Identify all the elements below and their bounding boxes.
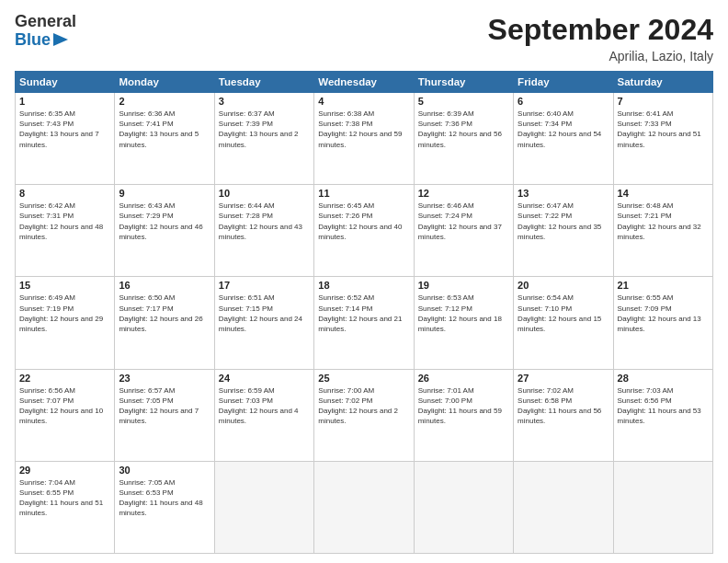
calendar-cell: 26Sunrise: 7:01 AM Sunset: 7:00 PM Dayli… bbox=[414, 369, 513, 461]
day-number: 6 bbox=[518, 96, 609, 107]
day-number: 14 bbox=[618, 188, 709, 199]
calendar-cell: 19Sunrise: 6:53 AM Sunset: 7:12 PM Dayli… bbox=[414, 277, 513, 369]
header: General Blue September 2024 Aprilia, Laz… bbox=[15, 13, 713, 63]
day-number: 10 bbox=[219, 188, 310, 199]
logo-general: General bbox=[15, 13, 76, 31]
day-number: 18 bbox=[318, 280, 409, 291]
calendar-cell: 18Sunrise: 6:52 AM Sunset: 7:14 PM Dayli… bbox=[314, 277, 414, 369]
calendar-week-row: 22Sunrise: 6:56 AM Sunset: 7:07 PM Dayli… bbox=[16, 369, 713, 461]
weekday-header-saturday: Saturday bbox=[613, 72, 712, 93]
calendar-cell: 25Sunrise: 7:00 AM Sunset: 7:02 PM Dayli… bbox=[314, 369, 414, 461]
cell-daylight-info: Sunrise: 6:47 AM Sunset: 7:22 PM Dayligh… bbox=[518, 201, 609, 242]
day-number: 28 bbox=[618, 373, 709, 384]
cell-daylight-info: Sunrise: 6:38 AM Sunset: 7:38 PM Dayligh… bbox=[318, 109, 409, 150]
calendar-week-row: 15Sunrise: 6:49 AM Sunset: 7:19 PM Dayli… bbox=[16, 277, 713, 369]
day-number: 4 bbox=[318, 96, 409, 107]
day-number: 24 bbox=[219, 373, 310, 384]
calendar-cell bbox=[314, 461, 414, 553]
day-number: 29 bbox=[19, 465, 110, 476]
cell-daylight-info: Sunrise: 6:43 AM Sunset: 7:29 PM Dayligh… bbox=[119, 201, 210, 242]
cell-daylight-info: Sunrise: 7:01 AM Sunset: 7:00 PM Dayligh… bbox=[418, 385, 509, 427]
day-number: 1 bbox=[19, 96, 110, 107]
calendar-cell: 8Sunrise: 6:42 AM Sunset: 7:31 PM Daylig… bbox=[16, 185, 115, 277]
cell-daylight-info: Sunrise: 6:40 AM Sunset: 7:34 PM Dayligh… bbox=[518, 109, 609, 150]
day-number: 11 bbox=[318, 188, 409, 199]
cell-daylight-info: Sunrise: 6:37 AM Sunset: 7:39 PM Dayligh… bbox=[219, 109, 310, 150]
calendar-cell: 1Sunrise: 6:35 AM Sunset: 7:43 PM Daylig… bbox=[16, 93, 115, 185]
day-number: 23 bbox=[119, 373, 210, 384]
calendar-cell: 24Sunrise: 6:59 AM Sunset: 7:03 PM Dayli… bbox=[214, 369, 313, 461]
cell-daylight-info: Sunrise: 6:52 AM Sunset: 7:14 PM Dayligh… bbox=[318, 293, 409, 334]
calendar-week-row: 1Sunrise: 6:35 AM Sunset: 7:43 PM Daylig… bbox=[16, 93, 713, 185]
title-block: September 2024 Aprilia, Lazio, Italy bbox=[488, 13, 713, 63]
day-number: 8 bbox=[19, 188, 110, 199]
cell-daylight-info: Sunrise: 6:39 AM Sunset: 7:36 PM Dayligh… bbox=[418, 109, 509, 150]
day-number: 21 bbox=[618, 280, 709, 291]
calendar-cell: 29Sunrise: 7:04 AM Sunset: 6:55 PM Dayli… bbox=[16, 461, 115, 553]
day-number: 5 bbox=[418, 96, 509, 107]
calendar-cell bbox=[214, 461, 313, 553]
calendar-cell: 4Sunrise: 6:38 AM Sunset: 7:38 PM Daylig… bbox=[314, 93, 414, 185]
calendar-cell: 17Sunrise: 6:51 AM Sunset: 7:15 PM Dayli… bbox=[214, 277, 313, 369]
calendar-cell: 3Sunrise: 6:37 AM Sunset: 7:39 PM Daylig… bbox=[214, 93, 313, 185]
day-number: 20 bbox=[518, 280, 609, 291]
svg-marker-0 bbox=[53, 33, 68, 46]
day-number: 12 bbox=[418, 188, 509, 199]
logo: General Blue bbox=[15, 13, 76, 50]
calendar-cell: 7Sunrise: 6:41 AM Sunset: 7:33 PM Daylig… bbox=[613, 93, 712, 185]
day-number: 26 bbox=[418, 373, 509, 384]
cell-daylight-info: Sunrise: 7:00 AM Sunset: 7:02 PM Dayligh… bbox=[318, 385, 409, 427]
calendar-cell: 23Sunrise: 6:57 AM Sunset: 7:05 PM Dayli… bbox=[115, 369, 214, 461]
logo-arrow-icon bbox=[53, 31, 72, 48]
day-number: 25 bbox=[318, 373, 409, 384]
calendar-cell: 5Sunrise: 6:39 AM Sunset: 7:36 PM Daylig… bbox=[414, 93, 513, 185]
calendar-week-row: 29Sunrise: 7:04 AM Sunset: 6:55 PM Dayli… bbox=[16, 461, 713, 553]
calendar-cell: 20Sunrise: 6:54 AM Sunset: 7:10 PM Dayli… bbox=[514, 277, 613, 369]
weekday-header-thursday: Thursday bbox=[414, 72, 513, 93]
calendar-cell: 21Sunrise: 6:55 AM Sunset: 7:09 PM Dayli… bbox=[613, 277, 712, 369]
calendar-cell: 13Sunrise: 6:47 AM Sunset: 7:22 PM Dayli… bbox=[514, 185, 613, 277]
day-number: 17 bbox=[219, 280, 310, 291]
cell-daylight-info: Sunrise: 6:57 AM Sunset: 7:05 PM Dayligh… bbox=[119, 385, 210, 427]
cell-daylight-info: Sunrise: 6:59 AM Sunset: 7:03 PM Dayligh… bbox=[219, 385, 310, 427]
calendar-cell: 15Sunrise: 6:49 AM Sunset: 7:19 PM Dayli… bbox=[16, 277, 115, 369]
cell-daylight-info: Sunrise: 6:44 AM Sunset: 7:28 PM Dayligh… bbox=[219, 201, 310, 242]
cell-daylight-info: Sunrise: 6:48 AM Sunset: 7:21 PM Dayligh… bbox=[618, 201, 709, 242]
calendar-cell bbox=[514, 461, 613, 553]
month-title: September 2024 bbox=[488, 13, 713, 47]
calendar-cell: 30Sunrise: 7:05 AM Sunset: 6:53 PM Dayli… bbox=[115, 461, 214, 553]
day-number: 30 bbox=[119, 465, 210, 476]
calendar-cell: 22Sunrise: 6:56 AM Sunset: 7:07 PM Dayli… bbox=[16, 369, 115, 461]
weekday-header-monday: Monday bbox=[115, 72, 214, 93]
cell-daylight-info: Sunrise: 6:55 AM Sunset: 7:09 PM Dayligh… bbox=[618, 293, 709, 334]
cell-daylight-info: Sunrise: 7:04 AM Sunset: 6:55 PM Dayligh… bbox=[19, 477, 110, 519]
cell-daylight-info: Sunrise: 6:50 AM Sunset: 7:17 PM Dayligh… bbox=[119, 293, 210, 334]
calendar-cell: 28Sunrise: 7:03 AM Sunset: 6:56 PM Dayli… bbox=[613, 369, 712, 461]
weekday-header-row: SundayMondayTuesdayWednesdayThursdayFrid… bbox=[16, 72, 713, 93]
cell-daylight-info: Sunrise: 6:45 AM Sunset: 7:26 PM Dayligh… bbox=[318, 201, 409, 242]
cell-daylight-info: Sunrise: 6:46 AM Sunset: 7:24 PM Dayligh… bbox=[418, 201, 509, 242]
cell-daylight-info: Sunrise: 7:02 AM Sunset: 6:58 PM Dayligh… bbox=[518, 385, 609, 427]
calendar-cell: 6Sunrise: 6:40 AM Sunset: 7:34 PM Daylig… bbox=[514, 93, 613, 185]
weekday-header-tuesday: Tuesday bbox=[214, 72, 313, 93]
calendar-cell: 14Sunrise: 6:48 AM Sunset: 7:21 PM Dayli… bbox=[613, 185, 712, 277]
cell-daylight-info: Sunrise: 6:42 AM Sunset: 7:31 PM Dayligh… bbox=[19, 201, 110, 242]
cell-daylight-info: Sunrise: 6:49 AM Sunset: 7:19 PM Dayligh… bbox=[19, 293, 110, 334]
cell-daylight-info: Sunrise: 7:03 AM Sunset: 6:56 PM Dayligh… bbox=[618, 385, 709, 427]
calendar-cell: 11Sunrise: 6:45 AM Sunset: 7:26 PM Dayli… bbox=[314, 185, 414, 277]
location-subtitle: Aprilia, Lazio, Italy bbox=[488, 49, 713, 63]
page: General Blue September 2024 Aprilia, Laz… bbox=[0, 0, 728, 563]
calendar-table: SundayMondayTuesdayWednesdayThursdayFrid… bbox=[15, 71, 713, 554]
day-number: 15 bbox=[19, 280, 110, 291]
cell-daylight-info: Sunrise: 6:41 AM Sunset: 7:33 PM Dayligh… bbox=[618, 109, 709, 150]
cell-daylight-info: Sunrise: 6:54 AM Sunset: 7:10 PM Dayligh… bbox=[518, 293, 609, 334]
day-number: 19 bbox=[418, 280, 509, 291]
day-number: 27 bbox=[518, 373, 609, 384]
weekday-header-sunday: Sunday bbox=[16, 72, 115, 93]
calendar-cell bbox=[613, 461, 712, 553]
cell-daylight-info: Sunrise: 6:53 AM Sunset: 7:12 PM Dayligh… bbox=[418, 293, 509, 334]
cell-daylight-info: Sunrise: 6:51 AM Sunset: 7:15 PM Dayligh… bbox=[219, 293, 310, 334]
calendar-cell: 27Sunrise: 7:02 AM Sunset: 6:58 PM Dayli… bbox=[514, 369, 613, 461]
day-number: 9 bbox=[119, 188, 210, 199]
cell-daylight-info: Sunrise: 6:56 AM Sunset: 7:07 PM Dayligh… bbox=[19, 385, 110, 427]
